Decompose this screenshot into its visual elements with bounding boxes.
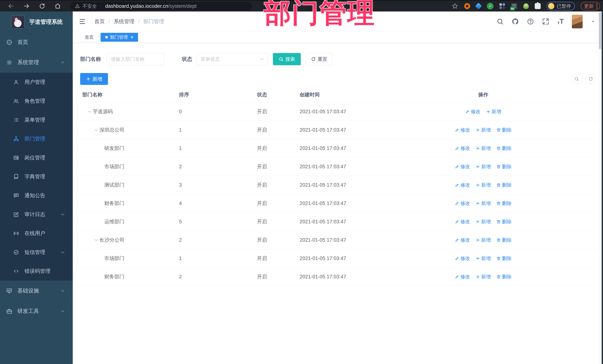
breadcrumb-system[interactable]: 系统管理 bbox=[114, 18, 135, 25]
browser-back-icon[interactable] bbox=[8, 3, 14, 9]
row-edit-link[interactable]: 修改 bbox=[455, 145, 470, 152]
row-delete-link[interactable]: 删除 bbox=[497, 127, 512, 133]
tab-dept[interactable]: 部门管理 × bbox=[101, 33, 138, 42]
sidebar-item-menu[interactable]: 菜单管理 bbox=[0, 110, 73, 129]
row-delete-link[interactable]: 删除 bbox=[497, 255, 512, 262]
row-add-link[interactable]: 新增 bbox=[476, 274, 491, 280]
sidebar-item-dict[interactable]: 字典管理 bbox=[0, 167, 73, 186]
row-edit-link[interactable]: 修改 bbox=[455, 182, 470, 188]
github-icon[interactable] bbox=[512, 18, 519, 25]
sidebar-item-infra[interactable]: 基础设施 bbox=[0, 281, 73, 301]
sidebar-item-system[interactable]: 系统管理 bbox=[0, 52, 73, 73]
row-delete-link[interactable]: 删除 bbox=[497, 237, 512, 243]
sidebar-item-audit[interactable]: 审计日志 bbox=[0, 205, 73, 224]
tab-home[interactable]: 首页 bbox=[80, 33, 98, 42]
status-select[interactable]: 菜单状态 bbox=[197, 53, 268, 65]
sidebar-item-tools[interactable]: 研发工具 bbox=[0, 301, 73, 321]
breadcrumb-home[interactable]: 首页 bbox=[94, 18, 105, 25]
row-delete-link[interactable]: 删除 bbox=[497, 200, 512, 207]
user-avatar[interactable] bbox=[572, 15, 583, 28]
extension-green-check-icon[interactable]: ✓ bbox=[487, 3, 494, 10]
extensions-puzzle-icon[interactable] bbox=[535, 3, 541, 9]
sidebar-item-post[interactable]: 岗位管理 bbox=[0, 148, 73, 167]
sidebar-item-sms[interactable]: 短信管理 bbox=[0, 243, 73, 262]
scrollbar-track[interactable] bbox=[599, 11, 602, 364]
sidebar-item-online[interactable]: 在线用户 bbox=[0, 224, 73, 243]
row-add-link[interactable]: 新增 bbox=[476, 127, 491, 133]
dept-name-input[interactable] bbox=[106, 53, 164, 65]
fullscreen-icon[interactable] bbox=[542, 18, 549, 25]
table-row[interactable]: 运维部门5开启2021-01-05 17:03:47修改新增删除 bbox=[78, 213, 596, 231]
font-size-icon[interactable]: тT bbox=[557, 18, 564, 25]
row-add-link[interactable]: 新增 bbox=[476, 255, 491, 262]
search-button[interactable]: 搜索 bbox=[273, 53, 301, 65]
tab-close-icon[interactable]: × bbox=[130, 35, 133, 40]
table-row[interactable]: 财务部门2开启2021-01-05 17:03:47修改新增删除 bbox=[78, 268, 596, 286]
help-icon[interactable] bbox=[527, 18, 534, 25]
row-delete-link[interactable]: 删除 bbox=[497, 182, 512, 188]
table-row[interactable]: 长沙分公司2开启2021-01-05 17:03:47修改新增删除 bbox=[78, 231, 596, 249]
refresh-table-button[interactable] bbox=[586, 74, 596, 84]
system-gear-icon bbox=[6, 59, 12, 66]
reset-button[interactable]: 重置 bbox=[306, 53, 332, 65]
row-edit-link[interactable]: 修改 bbox=[455, 219, 470, 225]
extension-grid-icon[interactable] bbox=[499, 3, 505, 9]
browser-forward-icon[interactable] bbox=[23, 3, 30, 9]
sidebar-item-label: 用户管理 bbox=[24, 78, 45, 86]
row-expand-icon[interactable] bbox=[94, 128, 99, 132]
row-add-link[interactable]: 新增 bbox=[476, 182, 491, 188]
hamburger-icon[interactable] bbox=[79, 18, 86, 25]
table-row[interactable]: 测试部门3开启2021-01-05 17:03:47修改新增删除 bbox=[78, 176, 596, 194]
table-row[interactable]: 研发部门1开启2021-01-05 17:03:47修改新增删除 bbox=[78, 139, 596, 157]
row-delete-link[interactable]: 删除 bbox=[497, 219, 512, 225]
toggle-search-button[interactable] bbox=[571, 74, 582, 84]
table-row[interactable]: 芋道源码0开启2021-01-05 17:03:47修改新增 bbox=[78, 102, 596, 121]
extension-orange-icon[interactable] bbox=[464, 3, 470, 9]
row-delete-link[interactable]: 删除 bbox=[497, 145, 512, 152]
row-expand-icon[interactable] bbox=[87, 109, 92, 114]
table-row[interactable]: 深圳总公司1开启2021-01-05 17:03:47修改新增删除 bbox=[78, 121, 596, 139]
bookmark-star-icon[interactable] bbox=[452, 3, 458, 10]
sidebar-item-role[interactable]: 角色管理 bbox=[0, 92, 73, 110]
row-edit-link[interactable]: 修改 bbox=[455, 127, 470, 133]
row-edit-link[interactable]: 修改 bbox=[455, 274, 470, 280]
row-delete-link[interactable]: 删除 bbox=[497, 274, 512, 280]
sidebar-item-user[interactable]: 用户管理 bbox=[0, 73, 73, 92]
sidebar-item-dept[interactable]: 部门管理 bbox=[0, 129, 73, 148]
col-dept-name: 部门名称 bbox=[78, 91, 179, 98]
row-edit-link[interactable]: 修改 bbox=[455, 237, 470, 243]
row-add-link[interactable]: 新增 bbox=[476, 237, 491, 243]
row-edit-link[interactable]: 修改 bbox=[455, 200, 470, 207]
extension-blue-icon[interactable] bbox=[475, 3, 482, 10]
add-button[interactable]: 新增 bbox=[80, 73, 108, 85]
security-label: 不安全 bbox=[82, 3, 97, 10]
row-add-link[interactable]: 新增 bbox=[476, 219, 491, 225]
browser-update-button[interactable]: 更新 bbox=[581, 2, 600, 10]
browser-reload-icon[interactable] bbox=[39, 3, 45, 9]
table-row[interactable]: 市场部门2开启2021-01-05 17:03:47修改新增删除 bbox=[78, 157, 596, 176]
row-add-link[interactable]: 新增 bbox=[486, 109, 501, 115]
avatar-caret-down-icon[interactable] bbox=[591, 19, 596, 24]
app-logo-row[interactable]: 芋道管理系统 bbox=[0, 11, 73, 32]
sidebar-item-errorcode[interactable]: 错误码管理 bbox=[0, 262, 73, 281]
row-delete-link[interactable]: 删除 bbox=[497, 164, 512, 170]
row-add-link[interactable]: 新增 bbox=[476, 164, 491, 170]
profile-paused-badge[interactable]: 已暂停 bbox=[547, 2, 575, 10]
extension-figure-icon[interactable] bbox=[523, 3, 529, 9]
header-search-icon[interactable] bbox=[497, 18, 504, 25]
row-edit-link[interactable]: 修改 bbox=[455, 255, 470, 262]
scrollbar-thumb[interactable] bbox=[599, 12, 601, 49]
sidebar-item-home[interactable]: 首页 bbox=[0, 32, 73, 52]
row-expand-icon[interactable] bbox=[94, 238, 99, 243]
sidebar-item-notice[interactable]: 通知公告 bbox=[0, 186, 73, 205]
row-add-link[interactable]: 新增 bbox=[476, 200, 491, 207]
browser-menu-icon[interactable] bbox=[596, 3, 597, 9]
table-row[interactable]: 财务部门4开启2021-01-05 17:03:47修改新增删除 bbox=[78, 194, 596, 213]
address-bar[interactable]: 不安全 dashboard.yudao.iocoder.cn/system/de… bbox=[70, 2, 252, 10]
row-edit-link[interactable]: 修改 bbox=[455, 164, 470, 170]
row-edit-link[interactable]: 修改 bbox=[465, 109, 481, 115]
browser-home-icon[interactable] bbox=[55, 3, 61, 9]
row-add-link[interactable]: 新增 bbox=[476, 145, 491, 152]
extension-list-on-icon[interactable]: on bbox=[511, 3, 517, 9]
table-row[interactable]: 市场部门1开启2021-01-05 17:03:47修改新增删除 bbox=[78, 249, 596, 268]
